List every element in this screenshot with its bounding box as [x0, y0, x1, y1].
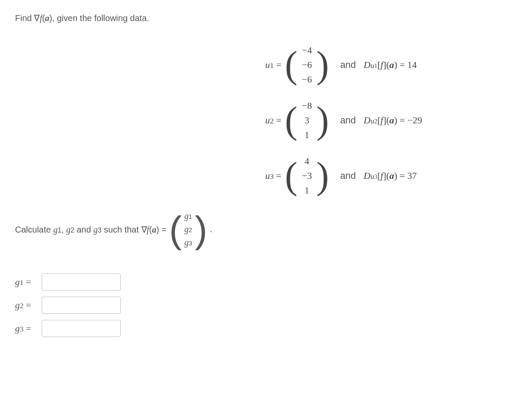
deriv-eq-2: Du2[f](a) = −29 — [363, 115, 422, 126]
and-text-2: and — [340, 115, 356, 126]
prompt-prefix: Find — [15, 13, 34, 23]
answer-label-1: g1 = — [15, 276, 39, 288]
vector-label-3: u3 = — [256, 170, 281, 181]
vector-label-1: u1 = — [256, 59, 281, 71]
answer-row-3: g3 = — [15, 320, 492, 337]
equations-block: u1 = ( −4 −6 −6 ) and Du1[f](a) = 14 u2 … — [256, 45, 492, 196]
equation-row-1: u1 = ( −4 −6 −6 ) and Du1[f](a) = 14 — [256, 45, 492, 85]
answers-block: g1 = g2 = g3 = — [15, 273, 492, 337]
deriv-eq-1: Du1[f](a) = 14 — [363, 59, 417, 71]
and-text-3: and — [340, 170, 356, 181]
g1-input[interactable] — [42, 273, 121, 291]
g2-input[interactable] — [42, 297, 121, 314]
problem-statement: Find ∇f(a), given the following data. — [15, 13, 492, 23]
deriv-eq-3: Du3[f](a) = 37 — [363, 170, 417, 181]
answer-label-2: g2 = — [15, 300, 39, 311]
vector-2: ( −8 3 1 ) — [285, 100, 329, 141]
calculate-statement: Calculate g1, g2 and g3 such that ∇f(a) … — [15, 211, 492, 248]
equation-row-2: u2 = ( −8 3 1 ) and Du2[f](a) = −29 — [256, 100, 492, 141]
calc-prefix: Calculate — [15, 225, 53, 234]
equation-row-3: u3 = ( 4 −3 1 ) and Du3[f](a) = 37 — [256, 156, 492, 196]
vector-3: ( 4 −3 1 ) — [285, 156, 329, 196]
vector-label-2: u2 = — [256, 115, 281, 126]
and-text-1: and — [340, 59, 356, 71]
gradient-vector: ( g1 g2 g3 ) — [169, 211, 208, 248]
answer-label-3: g3 = — [15, 323, 39, 334]
prompt-suffix: , given the following data. — [52, 13, 149, 23]
answer-row-1: g1 = — [15, 273, 492, 291]
g3-input[interactable] — [42, 320, 121, 337]
answer-row-2: g2 = — [15, 297, 492, 314]
vector-1: ( −4 −6 −6 ) — [285, 45, 329, 85]
